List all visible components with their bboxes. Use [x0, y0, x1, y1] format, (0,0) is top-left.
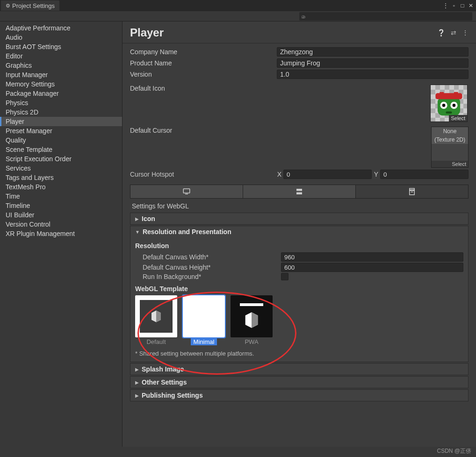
- window-tab[interactable]: ⚙ Project Settings: [1, 0, 59, 11]
- hotspot-x-label: X: [277, 171, 283, 178]
- platform-tab-webgl[interactable]: [356, 185, 468, 198]
- sidebar-item-quality[interactable]: Quality: [0, 136, 122, 145]
- foldout-icon: ▶ Icon: [130, 213, 469, 225]
- svg-rect-8: [446, 112, 452, 114]
- sidebar-item-physics-2d[interactable]: Physics 2D: [0, 107, 122, 117]
- sidebar-item-tags-and-layers[interactable]: Tags and Layers: [0, 173, 122, 182]
- close-icon[interactable]: ✕: [468, 2, 474, 9]
- svg-rect-9: [183, 189, 190, 193]
- default-cursor-slot[interactable]: None (Texture 2D) Select: [431, 127, 469, 168]
- svg-point-7: [453, 104, 456, 107]
- template-minimal[interactable]: Minimal: [183, 295, 225, 345]
- select-icon-button[interactable]: Select: [449, 115, 467, 121]
- sidebar-item-player[interactable]: Player: [0, 117, 122, 126]
- svg-rect-3: [454, 92, 458, 94]
- foldout-resolution: ▼ Resolution and Presentation Resolution…: [130, 226, 469, 362]
- sidebar-item-textmesh-pro[interactable]: TextMesh Pro: [0, 182, 122, 192]
- version-input[interactable]: [277, 70, 469, 79]
- menu-icon[interactable]: ⋮: [462, 29, 469, 36]
- sidebar-item-graphics[interactable]: Graphics: [0, 61, 122, 70]
- foldout-publishing: ▶ Publishing Settings: [130, 389, 469, 401]
- cursor-type-text: (Texture 2D): [432, 136, 468, 144]
- template-thumb: [135, 295, 177, 337]
- cursor-hotspot-label: Cursor Hotspot: [130, 171, 277, 178]
- content-pane: Player ❔ ⇄ ⋮ Company Name Product Name V…: [123, 21, 476, 447]
- select-cursor-button[interactable]: Select: [432, 161, 468, 167]
- template-pwa[interactable]: PWA: [231, 295, 273, 345]
- product-name-label: Product Name: [130, 59, 277, 67]
- chevron-right-icon: ▶: [135, 380, 139, 385]
- template-thumb: [231, 295, 273, 337]
- foldout-other-header[interactable]: ▶ Other Settings: [130, 377, 468, 388]
- svg-rect-12: [296, 193, 302, 195]
- sidebar-item-package-manager[interactable]: Package Manager: [0, 89, 122, 98]
- foldout-splash: ▶ Splash Image: [130, 363, 469, 375]
- sidebar: Adaptive PerformanceAudioBurst AOT Setti…: [0, 21, 123, 447]
- template-list: DefaultMinimalPWA: [135, 295, 463, 345]
- sidebar-item-input-manager[interactable]: Input Manager: [0, 70, 122, 79]
- platform-tab-server[interactable]: [243, 185, 356, 198]
- foldout-resolution-header[interactable]: ▼ Resolution and Presentation: [130, 226, 468, 237]
- sidebar-item-audio[interactable]: Audio: [0, 33, 122, 42]
- template-thumb: [183, 295, 225, 337]
- sidebar-item-adaptive-performance[interactable]: Adaptive Performance: [0, 23, 122, 33]
- sidebar-item-burst-aot-settings[interactable]: Burst AOT Settings: [0, 42, 122, 51]
- default-icon-label: Default Icon: [130, 85, 277, 92]
- chevron-right-icon: ▶: [135, 393, 139, 398]
- window-title: Project Settings: [12, 2, 55, 9]
- sidebar-item-physics[interactable]: Physics: [0, 98, 122, 107]
- canvas-height-input[interactable]: [281, 263, 463, 272]
- svg-point-5: [442, 104, 446, 107]
- search-input[interactable]: [299, 12, 472, 21]
- chevron-right-icon: ▶: [135, 216, 139, 221]
- sidebar-item-version-control[interactable]: Version Control: [0, 220, 122, 229]
- shared-setting-note: * Shared setting between multiple platfo…: [135, 350, 463, 357]
- titlebar: ⚙ Project Settings ⋮ ▫ □ ✕: [0, 0, 476, 11]
- hotspot-y-input[interactable]: [380, 170, 469, 179]
- svg-rect-2: [440, 92, 444, 94]
- canvas-height-label: Default Canvas Height*: [143, 264, 281, 271]
- popout-icon[interactable]: ▫: [451, 2, 457, 9]
- resolution-subheader: Resolution: [135, 242, 463, 250]
- default-icon-slot[interactable]: Select: [430, 85, 468, 122]
- hotspot-y-label: Y: [374, 171, 380, 178]
- watermark: CSDN @正侪: [437, 447, 471, 455]
- sidebar-item-memory-settings[interactable]: Memory Settings: [0, 79, 122, 89]
- sidebar-item-xr-plugin-management[interactable]: XR Plugin Management: [0, 229, 122, 238]
- sidebar-item-scene-template[interactable]: Scene Template: [0, 145, 122, 154]
- svg-rect-13: [411, 192, 413, 193]
- options-icon[interactable]: ⋮: [442, 2, 449, 9]
- chevron-right-icon: ▶: [135, 367, 139, 372]
- sidebar-item-timeline[interactable]: Timeline: [0, 201, 122, 210]
- product-name-input[interactable]: [277, 58, 469, 68]
- sidebar-item-preset-manager[interactable]: Preset Manager: [0, 126, 122, 136]
- chevron-down-icon: ▼: [135, 229, 140, 235]
- preset-icon[interactable]: ⇄: [451, 29, 456, 36]
- help-icon[interactable]: ❔: [437, 29, 445, 36]
- sidebar-item-time[interactable]: Time: [0, 192, 122, 201]
- run-background-label: Run In Background*: [143, 273, 281, 280]
- version-label: Version: [130, 71, 277, 78]
- hotspot-x-input[interactable]: [283, 170, 372, 179]
- company-name-input[interactable]: [277, 47, 469, 57]
- cursor-none-text: None: [432, 127, 468, 136]
- sidebar-item-editor[interactable]: Editor: [0, 51, 122, 61]
- template-default[interactable]: Default: [135, 295, 177, 345]
- canvas-width-label: Default Canvas Width*: [143, 253, 281, 261]
- sidebar-item-ui-builder[interactable]: UI Builder: [0, 210, 122, 220]
- platform-tab-standalone[interactable]: [130, 185, 243, 198]
- settings-for-label: Settings for WebGL: [123, 199, 476, 212]
- template-label: PWA: [242, 338, 261, 345]
- maximize-icon[interactable]: □: [459, 2, 466, 9]
- sidebar-item-script-execution-order[interactable]: Script Execution Order: [0, 154, 122, 164]
- run-background-checkbox[interactable]: [281, 273, 288, 280]
- template-label: Default: [144, 338, 168, 345]
- svg-rect-11: [296, 189, 302, 191]
- sidebar-item-services[interactable]: Services: [0, 164, 122, 173]
- foldout-publishing-header[interactable]: ▶ Publishing Settings: [130, 390, 468, 401]
- company-name-label: Company Name: [130, 48, 277, 56]
- foldout-other: ▶ Other Settings: [130, 376, 469, 388]
- foldout-splash-header[interactable]: ▶ Splash Image: [130, 364, 468, 375]
- foldout-icon-header[interactable]: ▶ Icon: [130, 213, 468, 224]
- canvas-width-input[interactable]: [281, 252, 463, 262]
